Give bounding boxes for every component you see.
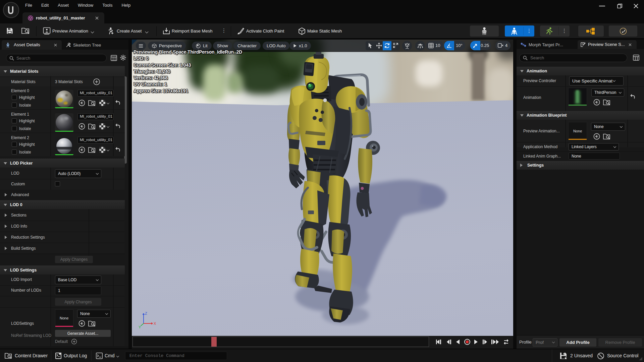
svg-text:Z: Z xyxy=(145,311,147,315)
svg-text:Y: Y xyxy=(139,325,141,329)
svg-text:X: X xyxy=(154,321,156,325)
